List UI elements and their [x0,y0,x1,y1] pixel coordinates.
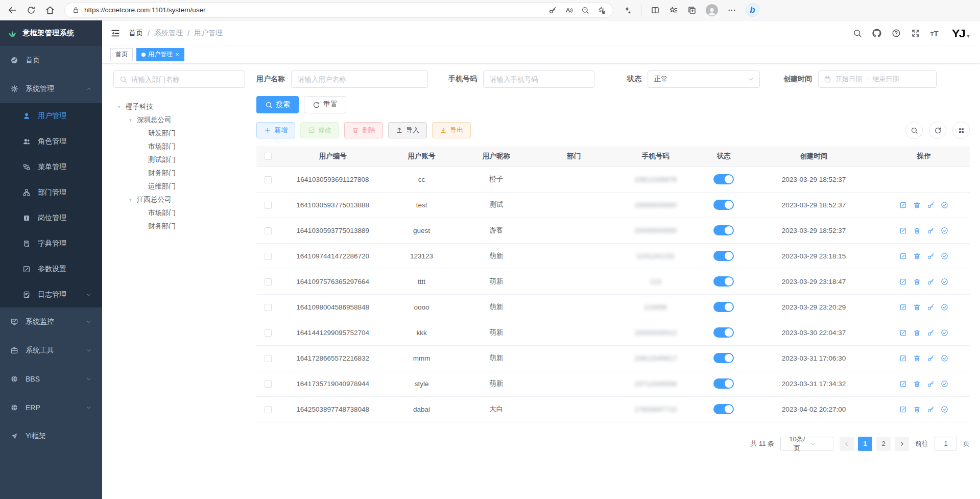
sidebar-item-param[interactable]: 参数设置 [0,256,102,282]
reset-password-button[interactable] [927,303,935,311]
sidebar-item-home[interactable]: 首页 [0,46,102,75]
browser-essentials-icon[interactable] [623,6,632,15]
reset-password-button[interactable] [927,354,935,362]
status-toggle[interactable] [713,353,734,363]
sidebar-item-yi-frame[interactable]: Yi框架 [0,422,102,450]
delete-row-button[interactable] [913,227,921,234]
sidebar-fold-icon[interactable] [110,28,121,38]
sidebar-item-menu[interactable]: 菜单管理 [0,154,102,180]
reset-button[interactable]: 重置 [304,96,346,113]
assign-role-button[interactable] [941,406,948,413]
help-icon[interactable] [892,29,901,38]
row-checkbox[interactable] [265,329,272,337]
status-toggle[interactable] [713,251,734,261]
delete-row-button[interactable] [913,380,921,388]
sidebar-item-user[interactable]: 用户管理 [0,103,102,129]
status-toggle[interactable] [713,225,734,235]
tab-home[interactable]: 首页 [110,48,133,61]
status-toggle[interactable] [713,302,734,312]
delete-row-button[interactable] [913,406,921,413]
tree-node[interactable]: 运维部门 [113,180,245,193]
end-date-placeholder[interactable]: 结束日期 [872,75,899,84]
zoom-out-icon[interactable] [581,6,589,14]
row-checkbox[interactable] [265,381,272,388]
font-size-icon[interactable]: TT [930,29,939,38]
assign-role-button[interactable] [941,278,948,286]
assign-role-button[interactable] [941,380,948,388]
reset-password-button[interactable] [927,329,935,337]
status-toggle[interactable] [713,276,734,287]
delete-row-button[interactable] [913,329,921,337]
edit-row-button[interactable] [899,252,907,260]
address-bar[interactable]: https://ccnetcore.com:1101/system/user [64,3,613,18]
fullscreen-icon[interactable] [911,29,920,38]
github-icon[interactable] [872,29,881,38]
status-toggle[interactable] [713,378,734,389]
refresh-table-button[interactable] [929,122,946,139]
sidebar-item-erp[interactable]: ERP [0,393,102,422]
delete-row-button[interactable] [913,303,921,311]
status-toggle[interactable] [713,327,734,338]
edit-row-button[interactable] [899,227,907,234]
tree-node[interactable]: 市场部门 [113,140,245,153]
assign-role-button[interactable] [941,201,948,209]
edit-row-button[interactable] [899,201,907,209]
sidebar-item-dept[interactable]: 部门管理 [0,180,102,205]
assign-role-button[interactable] [941,227,948,234]
favorite-add-icon[interactable] [597,6,606,14]
prev-page-button[interactable] [840,437,854,451]
delete-row-button[interactable] [913,201,921,209]
delete-row-button[interactable] [913,252,921,260]
assign-role-button[interactable] [941,252,948,260]
edit-row-button[interactable] [899,406,907,413]
sidebar-item-bbs[interactable]: BBS [0,365,102,393]
user-name-input[interactable] [291,70,428,88]
export-button[interactable]: 导出 [432,122,471,138]
status-toggle[interactable] [713,404,734,414]
select-all-checkbox[interactable] [265,153,272,160]
status-toggle[interactable] [713,200,734,210]
delete-row-button[interactable] [913,354,921,362]
edit-row-button[interactable] [899,278,907,286]
user-menu[interactable]: YJ ▼ [952,27,971,39]
tree-node[interactable]: ▼ 江西总公司 [113,193,245,206]
phone-input[interactable] [483,70,594,88]
row-checkbox[interactable] [265,355,272,362]
read-aloud-icon[interactable] [565,6,573,14]
tree-node[interactable]: ▼ 橙子科技 [113,100,245,113]
add-button[interactable]: 新增 [256,122,295,138]
row-checkbox[interactable] [265,304,272,311]
browser-home-button[interactable] [45,5,55,15]
browser-refresh-button[interactable] [27,6,36,15]
toggle-search-button[interactable] [905,122,923,139]
sidebar-item-tools[interactable]: 系统工具 [0,336,102,365]
favorites-bar-icon[interactable] [669,6,678,15]
sidebar-item-post[interactable]: 岗位管理 [0,205,102,231]
status-select[interactable]: 正常 [648,70,760,88]
edit-row-button[interactable] [899,303,907,311]
sidebar-item-dict[interactable]: 字典管理 [0,231,102,256]
breadcrumb-home[interactable]: 首页 [129,29,143,38]
edit-button[interactable]: 修改 [300,122,339,138]
delete-row-button[interactable] [913,278,921,286]
reset-password-button[interactable] [927,278,935,286]
sidebar-item-log[interactable]: 日志管理 [0,282,102,307]
tree-node[interactable]: 财务部门 [113,167,245,180]
sidebar-item-role[interactable]: 角色管理 [0,129,102,154]
tree-node[interactable]: 测试部门 [113,153,245,167]
more-options-icon[interactable] [727,6,736,15]
assign-role-button[interactable] [941,303,948,311]
tree-node[interactable]: 研发部门 [113,127,245,140]
tab-user-management[interactable]: 用户管理 × [136,48,184,61]
browser-back-button[interactable] [7,5,17,15]
goto-page-input[interactable] [935,437,957,451]
tree-node[interactable]: 财务部门 [113,220,245,233]
browser-profile-avatar[interactable] [706,4,718,16]
row-checkbox[interactable] [265,278,272,286]
status-toggle[interactable] [713,174,734,184]
search-button[interactable]: 搜索 [256,96,299,113]
row-checkbox[interactable] [265,406,272,413]
assign-role-button[interactable] [941,329,948,337]
collections-icon[interactable] [687,6,697,15]
reset-password-button[interactable] [927,201,935,209]
